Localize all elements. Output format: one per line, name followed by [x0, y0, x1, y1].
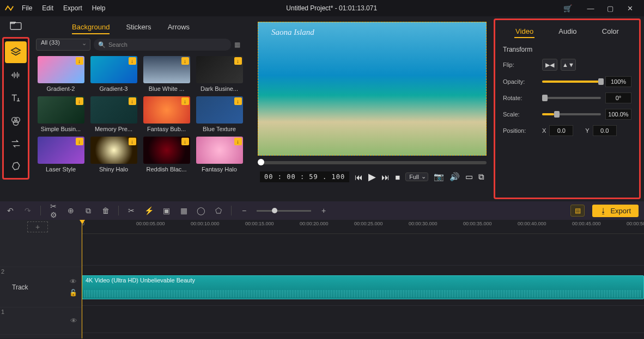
download-icon[interactable]: ↓	[129, 138, 136, 145]
category-dropdown[interactable]: All (33)	[36, 39, 90, 51]
download-icon[interactable]: ↓	[76, 57, 83, 65]
asset-thumb[interactable]: ↓Blue White ...	[142, 56, 191, 92]
asset-thumb[interactable]: ↓Laser Style	[36, 137, 86, 172]
track-lanes[interactable]: 000:00:05.00000:00:10.00000:00:15.00000:…	[82, 220, 644, 338]
tab-color[interactable]: Color	[601, 26, 620, 38]
download-icon[interactable]: ↓	[129, 97, 136, 105]
mask-icon[interactable]: ◯	[196, 206, 206, 215]
opacity-value[interactable]: 100%	[605, 76, 631, 87]
asset-thumb[interactable]: ↓Blue Texture	[195, 96, 244, 132]
position-x-value[interactable]: 0.0	[549, 125, 573, 136]
asset-thumb[interactable]: ↓Memory Pre...	[89, 96, 138, 132]
speed-icon[interactable]: ⚡	[144, 206, 154, 215]
preview-panel: Saona Island 00 : 00 : 59 . 100 ⏮ ▶ ⏭ ■ …	[251, 16, 494, 201]
export-button[interactable]: ⭳ Export	[592, 205, 639, 217]
redo-button[interactable]: ↷	[23, 206, 33, 215]
mosaic-icon[interactable]: ▦	[179, 206, 189, 215]
asset-thumb[interactable]: ↓Reddish Blac...	[142, 137, 191, 172]
add-marker-icon[interactable]: ⊕	[66, 206, 76, 215]
tag-icon[interactable]: ⬠	[214, 206, 223, 215]
tab-stickers[interactable]: Stickers	[126, 21, 151, 34]
flip-vertical-button[interactable]: ▲▼	[561, 59, 576, 71]
detach-preview-icon[interactable]: ⧉	[478, 172, 484, 182]
tab-arrows[interactable]: Arrows	[168, 21, 190, 34]
asset-label: Fantasy Halo	[196, 166, 243, 172]
sidebar-filters[interactable]	[5, 110, 27, 132]
render-preview-button[interactable]: ▤	[570, 205, 585, 217]
project-folder-icon[interactable]	[2, 16, 29, 35]
delete-icon[interactable]: 🗑	[101, 206, 111, 215]
visibility-toggle-icon[interactable]: 👁	[70, 278, 77, 286]
grid-view-icon[interactable]: ▦	[234, 41, 244, 48]
seek-bar[interactable]	[258, 161, 487, 164]
tab-background[interactable]: Background	[72, 21, 110, 34]
sidebar-transitions[interactable]	[5, 133, 27, 155]
undo-button[interactable]: ↶	[5, 206, 15, 215]
snapshot-icon[interactable]: 📷	[434, 172, 444, 182]
playhead[interactable]	[82, 220, 82, 338]
zoom-out-icon[interactable]: −	[239, 206, 249, 215]
download-icon[interactable]: ↓	[181, 138, 189, 145]
crop-icon[interactable]: ▣	[161, 206, 171, 215]
asset-label: Dark Busine...	[196, 85, 243, 92]
tab-audio[interactable]: Audio	[557, 26, 578, 38]
search-input[interactable]: 🔍 Search	[94, 39, 231, 51]
minimize-button[interactable]: —	[581, 0, 600, 16]
rotate-slider[interactable]	[542, 97, 601, 99]
asset-thumb[interactable]: ↓Gradient-3	[89, 56, 138, 92]
copy-icon[interactable]: ⧉	[83, 206, 93, 215]
visibility-toggle-icon[interactable]: 👁	[70, 317, 77, 325]
download-icon[interactable]: ↓	[181, 57, 189, 65]
safe-zone-icon[interactable]: ▭	[465, 172, 473, 182]
split-icon[interactable]: ✂	[126, 206, 136, 215]
download-icon[interactable]: ↓	[181, 97, 189, 105]
play-button[interactable]: ▶	[368, 171, 376, 183]
track-num-1: 1	[1, 309, 4, 315]
asset-thumb[interactable]: ↓Gradient-2	[36, 56, 86, 92]
sidebar-elements[interactable]	[5, 156, 27, 177]
asset-thumb[interactable]: ↓Fantasy Halo	[195, 137, 244, 172]
edit-tool-icon[interactable]: ✂⚙	[48, 202, 58, 219]
export-icon: ⭳	[600, 207, 607, 215]
rotate-value[interactable]: 0°	[605, 93, 631, 103]
app-logo	[4, 3, 14, 13]
preview-canvas[interactable]: Saona Island	[258, 22, 487, 156]
menu-help[interactable]: Help	[92, 4, 106, 12]
menu-edit[interactable]: Edit	[42, 4, 53, 12]
scale-slider[interactable]	[542, 113, 601, 115]
zoom-in-icon[interactable]: +	[319, 206, 329, 215]
volume-icon[interactable]: 🔊	[449, 172, 460, 182]
tab-video[interactable]: Video	[514, 26, 534, 38]
time-ruler[interactable]: 000:00:05.00000:00:10.00000:00:15.00000:…	[82, 220, 644, 234]
download-icon[interactable]: ↓	[76, 138, 83, 145]
asset-thumb[interactable]: ↓Simple Busin...	[36, 96, 86, 132]
close-button[interactable]: ✕	[620, 0, 640, 16]
flip-horizontal-button[interactable]: ▶◀	[542, 59, 557, 71]
sidebar-layers[interactable]	[5, 41, 27, 63]
prev-frame-button[interactable]: ⏮	[355, 172, 363, 182]
menu-file[interactable]: File	[22, 4, 32, 12]
download-icon[interactable]: ↓	[76, 97, 83, 105]
sidebar-audio[interactable]	[5, 64, 27, 86]
asset-thumb[interactable]: ↓Fantasy Bub...	[142, 96, 191, 132]
timeline-clip[interactable]: 4K Video (Ultra HD) Unbelievable Beauty	[82, 275, 644, 299]
next-frame-button[interactable]: ⏭	[381, 172, 390, 182]
asset-thumb[interactable]: ↓Shiny Halo	[89, 137, 138, 172]
cart-icon[interactable]: 🛒	[558, 0, 578, 16]
sidebar-text[interactable]	[5, 87, 27, 109]
scale-value[interactable]: 100.0%	[605, 109, 631, 120]
menu-export[interactable]: Export	[63, 4, 82, 12]
add-track-button[interactable]: +	[27, 221, 48, 232]
maximize-button[interactable]: ▢	[600, 0, 620, 16]
opacity-slider[interactable]	[542, 81, 601, 83]
download-icon[interactable]: ↓	[234, 97, 242, 105]
position-y-value[interactable]: 0.0	[593, 125, 617, 136]
preview-size-select[interactable]: Full	[405, 172, 428, 181]
download-icon[interactable]: ↓	[234, 57, 242, 65]
stop-button[interactable]: ■	[395, 172, 400, 182]
download-icon[interactable]: ↓	[129, 57, 136, 65]
lock-toggle-icon[interactable]: 🔓	[69, 289, 77, 297]
download-icon[interactable]: ↓	[234, 138, 242, 145]
asset-thumb[interactable]: ↓Dark Busine...	[195, 56, 244, 92]
zoom-slider[interactable]	[257, 210, 311, 212]
